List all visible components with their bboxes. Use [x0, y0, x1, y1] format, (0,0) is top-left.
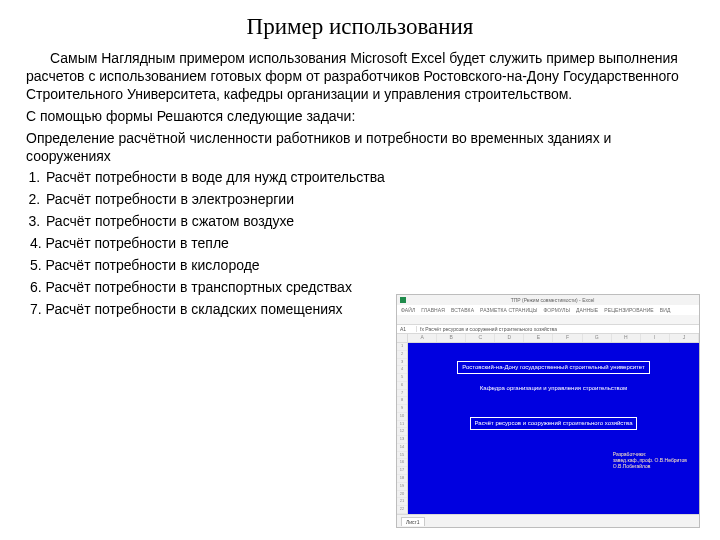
excel-ribbon-tabs: ФАЙЛ ГЛАВНАЯ ВСТАВКА РАЗМЕТКА СТРАНИЦЫ Ф…	[397, 305, 699, 315]
col-header[interactable]: C	[466, 334, 495, 342]
row-header[interactable]: 6	[397, 382, 407, 390]
ribbon-tab[interactable]: ФАЙЛ	[401, 307, 415, 313]
excel-icon	[400, 297, 406, 303]
list-item: Расчёт потребности в сжатом воздухе	[44, 213, 694, 231]
column-headers: A B C D E F G H I J	[397, 334, 699, 343]
row-header[interactable]: 1	[397, 343, 407, 351]
list-item: 4. Расчёт потребности в тепле	[30, 235, 356, 253]
row-header[interactable]: 15	[397, 452, 407, 460]
row-header[interactable]: 22	[397, 506, 407, 514]
tasks-intro: С помощью формы Решаются следующие задач…	[26, 108, 694, 126]
row-header[interactable]: 7	[397, 390, 407, 398]
row-header[interactable]: 3	[397, 359, 407, 367]
row-header[interactable]: 21	[397, 498, 407, 506]
row-headers: 1 2 3 4 5 6 7 8 9 10 11 12 13 14 15 16 1	[397, 343, 408, 514]
formula-content[interactable]: fx Расчёт ресурсов и сооружений строител…	[420, 326, 557, 332]
sheet-univ-name: Ростовский-на-Дону государственный строи…	[408, 361, 699, 374]
sheet-tab[interactable]: Лист1	[401, 517, 425, 526]
row-header[interactable]: 11	[397, 421, 407, 429]
row-header[interactable]: 17	[397, 467, 407, 475]
list-item: Расчёт потребности в воде для нужд строи…	[44, 169, 694, 187]
excel-titlebar: ТПР (Режим совместимости) - Excel	[397, 295, 699, 305]
list-item: 7. Расчёт потребности в складских помеще…	[30, 301, 356, 319]
row-header[interactable]: 2	[397, 351, 407, 359]
row-header[interactable]: 20	[397, 491, 407, 499]
row-header[interactable]: 13	[397, 436, 407, 444]
col-header[interactable]: I	[641, 334, 670, 342]
ribbon-tab[interactable]: РАЗМЕТКА СТРАНИЦЫ	[480, 307, 537, 313]
numbered-list: Расчёт потребности в воде для нужд строи…	[26, 169, 694, 231]
worksheet-area[interactable]: Ростовский-на-Дону государственный строи…	[408, 343, 699, 514]
task-headcount: Определение расчётной численности работн…	[26, 130, 694, 166]
row-header[interactable]: 14	[397, 444, 407, 452]
col-header[interactable]: B	[437, 334, 466, 342]
row-header[interactable]: 8	[397, 397, 407, 405]
excel-toolbar	[397, 315, 699, 325]
slide-title: Пример использования	[26, 14, 694, 40]
list-item: 6. Расчёт потребности в транспортных сре…	[30, 279, 356, 297]
col-header[interactable]: E	[524, 334, 553, 342]
row-header[interactable]: 10	[397, 413, 407, 421]
col-header[interactable]: H	[612, 334, 641, 342]
col-header[interactable]: F	[553, 334, 582, 342]
intro-paragraph: Самым Наглядным примером использования M…	[26, 50, 694, 104]
col-header[interactable]: A	[408, 334, 437, 342]
ribbon-tab[interactable]: ДАННЫЕ	[576, 307, 598, 313]
row-header[interactable]: 9	[397, 405, 407, 413]
row-header[interactable]: 16	[397, 459, 407, 467]
excel-title: ТПР (Режим совместимости) - Excel	[409, 297, 696, 303]
sheet-title-box: Расчёт ресурсов и сооружений строительно…	[408, 417, 699, 430]
sheet-dept-name: Кафедра организации и управления строите…	[408, 385, 699, 392]
row-header[interactable]: 18	[397, 475, 407, 483]
ribbon-tab[interactable]: РЕЦЕНЗИРОВАНИЕ	[604, 307, 654, 313]
excel-statusbar: Лист1	[397, 514, 699, 527]
excel-formula-bar: A1 fx Расчёт ресурсов и сооружений строи…	[397, 325, 699, 334]
row-header[interactable]: 19	[397, 483, 407, 491]
row-header[interactable]: 4	[397, 366, 407, 374]
select-all-corner[interactable]	[397, 334, 408, 342]
row-header[interactable]: 12	[397, 428, 407, 436]
col-header[interactable]: J	[670, 334, 699, 342]
ribbon-tab[interactable]: ГЛАВНАЯ	[421, 307, 445, 313]
col-header[interactable]: G	[583, 334, 612, 342]
row-header[interactable]: 5	[397, 374, 407, 382]
ribbon-tab[interactable]: ВСТАВКА	[451, 307, 474, 313]
col-header[interactable]: D	[495, 334, 524, 342]
list-item: Расчёт потребности в электроэнергии	[44, 191, 694, 209]
ribbon-tab[interactable]: ВИД	[660, 307, 671, 313]
ribbon-tab[interactable]: ФОРМУЛЫ	[543, 307, 570, 313]
name-box[interactable]: A1	[400, 326, 417, 332]
sheet-developers: Разработчики: завед.каф.,проф. О.В.Небри…	[613, 451, 687, 469]
slide-body: Самым Наглядным примером использования M…	[26, 50, 694, 319]
list-item: 5. Расчёт потребности в кислороде	[30, 257, 356, 275]
excel-screenshot: ТПР (Режим совместимости) - Excel ФАЙЛ Г…	[396, 294, 698, 526]
